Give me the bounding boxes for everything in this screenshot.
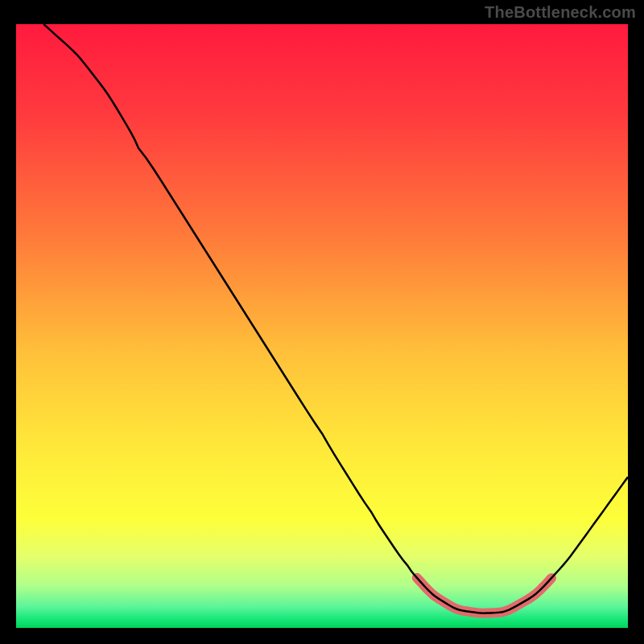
watermark-text: TheBottleneck.com — [485, 3, 636, 22]
chart-container: TheBottleneck.com — [0, 0, 644, 644]
chart-svg — [16, 24, 628, 628]
gradient-background — [16, 24, 628, 628]
plot-area — [16, 24, 628, 628]
